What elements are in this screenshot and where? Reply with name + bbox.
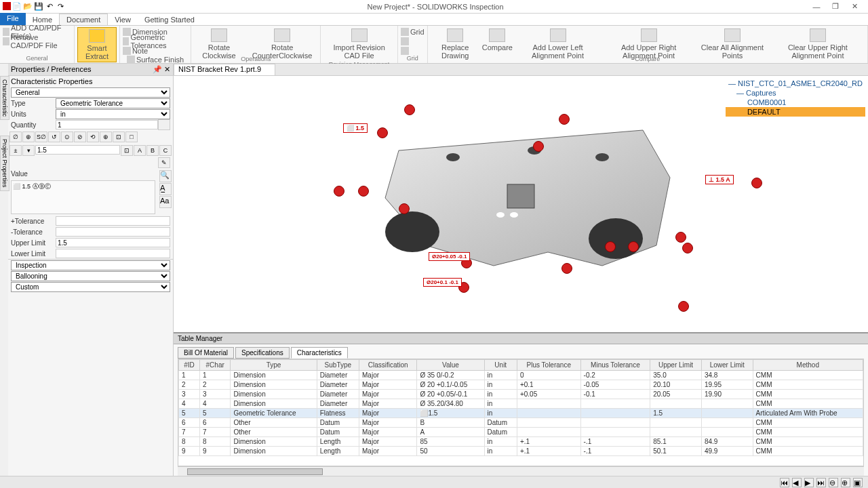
lower-limit-input[interactable] (56, 249, 170, 258)
balloon[interactable] (533, 141, 544, 152)
smart-extract-button[interactable]: Smart Extract (77, 27, 117, 62)
custom-select[interactable]: Custom (11, 282, 170, 292)
svg-point-0 (385, 211, 439, 252)
balloon[interactable] (377, 127, 388, 138)
characteristics-grid[interactable]: #ID#CharTypeSubTypeClassificationValueUn… (178, 359, 864, 466)
table-manager-header: Table Manager (174, 333, 868, 344)
open-icon[interactable]: 📂 (23, 2, 33, 12)
tab-characteristics[interactable]: Characteristics (291, 347, 348, 359)
tree-root[interactable]: — NIST_CTC_01_ASME1_CR2040_RD (726, 79, 865, 88)
svg-point-3 (446, 153, 460, 161)
balloon[interactable] (358, 186, 369, 197)
svg-point-6 (496, 212, 505, 218)
zoom-out-icon[interactable]: ⊖ (829, 478, 838, 487)
import-revision-button[interactable]: Import Revision CAD File (323, 27, 395, 61)
ballooning-select[interactable]: Ballooning (11, 271, 170, 281)
panel-title: Properties / Preferences📌 ✕ (8, 64, 173, 76)
tab-specifications[interactable]: Specifications (235, 347, 290, 359)
document-tab-item[interactable]: NIST Bracket Rev 1.prt.9 (174, 64, 275, 75)
table-row[interactable]: 99DimensionLengthMajor50in+.1-.150.149.9… (179, 447, 863, 456)
balloon[interactable] (559, 114, 570, 125)
statusbar: ⏮ ◀ ▶ ⏭ ⊖ ⊕ ▣ (0, 476, 868, 488)
quantity-input[interactable] (56, 120, 158, 129)
pin-icon[interactable]: 📌 ✕ (153, 65, 170, 74)
callout[interactable]: Ø20+0.1 -0.1 (423, 278, 462, 287)
balloon[interactable] (561, 263, 572, 274)
save-icon[interactable]: 💾 (34, 2, 43, 12)
horizontal-scrollbar[interactable] (178, 466, 864, 476)
project-properties-side-tab[interactable]: Project Properties (0, 136, 9, 191)
table-row[interactable]: 66OtherDatumMajorBDatumCMM (179, 418, 863, 428)
balloon[interactable] (751, 178, 762, 188)
callout[interactable]: ⬜ 1.5 (343, 123, 368, 133)
svg-point-1 (589, 218, 643, 259)
num-input[interactable] (35, 145, 120, 155)
table-row[interactable]: 22DimensionDiameterMajorØ 20 +0.1/-0.05i… (179, 380, 863, 390)
viewport-area: NIST Bracket Rev 1.prt.9 — NIST_CTC_01_A… (174, 64, 868, 476)
remove-cad-button[interactable]: Remove CAD/PDF File (3, 37, 71, 45)
nav-last-icon[interactable]: ⏭ (816, 478, 826, 487)
upper-limit-input[interactable] (56, 238, 170, 247)
titlebar: 📄 📂 💾 ↶ ↷ New Project* - SOLIDWORKS Insp… (0, 0, 868, 14)
compare-button[interactable]: Compare (483, 27, 512, 53)
main: Characteristic Project Properties Proper… (0, 64, 868, 476)
group-general-label: General (3, 55, 71, 62)
value-display: ⬜ 1.5 ⒶⒷⒸ (11, 180, 155, 214)
tree-captures[interactable]: — Captures (726, 88, 865, 98)
surface-finish-button[interactable]: Surface Finish (127, 55, 188, 64)
new-icon[interactable]: 📄 (12, 2, 22, 12)
maximize-button[interactable]: ❐ (827, 1, 844, 12)
inspection-select[interactable]: Inspection (11, 260, 170, 270)
table-manager: Table Manager Bill Of Material Specifica… (174, 332, 868, 476)
svg-rect-2 (507, 184, 534, 208)
balloon[interactable] (675, 232, 686, 243)
model-tree: — NIST_CTC_01_ASME1_CR2040_RD — Captures… (726, 79, 865, 117)
zoom-in-icon[interactable]: ⊕ (841, 478, 850, 487)
general-select[interactable]: General (11, 87, 170, 98)
qty-icon[interactable] (158, 119, 170, 130)
close-button[interactable]: ✕ (846, 1, 863, 12)
balloon[interactable] (334, 186, 344, 197)
nav-first-icon[interactable]: ⏮ (780, 478, 789, 487)
table-row[interactable]: 11DimensionDiameterMajorØ 35 0/-0.2in0-0… (179, 371, 863, 380)
balloon[interactable] (628, 241, 639, 252)
tree-default[interactable]: DEFAULT (726, 107, 865, 117)
characteristic-side-tab[interactable]: Characteristic (0, 76, 9, 120)
balloon[interactable] (404, 104, 415, 115)
viewport-3d[interactable]: — NIST_CTC_01_ASME1_CR2040_RD — Captures… (174, 76, 868, 332)
ribbon-tabs: File Home Document View Getting Started (0, 14, 868, 26)
redo-icon[interactable]: ↷ (56, 2, 65, 12)
plus-tol-input[interactable] (56, 216, 170, 226)
minus-tol-input[interactable] (56, 227, 170, 237)
tree-combo[interactable]: COMB0001 (726, 98, 865, 107)
nav-prev-icon[interactable]: ◀ (792, 478, 802, 487)
ribbon: ADD CAD/PDF File(s) Remove CAD/PDF File … (0, 26, 868, 64)
type-select[interactable]: Geometric Tolerance (56, 98, 170, 108)
window-title: New Project* - SOLIDWORKS Inspection (68, 3, 803, 11)
getting-started-tab[interactable]: Getting Started (138, 14, 201, 25)
balloon[interactable] (605, 241, 616, 252)
quick-access-toolbar: 📄 📂 💾 ↶ ↷ (0, 2, 68, 12)
balloon[interactable] (682, 243, 693, 253)
grid-button[interactable]: Grid (401, 27, 425, 36)
geometric-tol-button[interactable]: Geometric Tolerances (123, 37, 188, 45)
undo-icon[interactable]: ↶ (45, 2, 54, 12)
app-icon (3, 2, 11, 10)
view-tab[interactable]: View (108, 14, 138, 25)
units-select[interactable]: in (56, 109, 170, 119)
callout[interactable]: Ø20+0.05 -0.1 (429, 252, 470, 261)
tab-bom[interactable]: Bill Of Material (178, 347, 234, 359)
table-row[interactable]: 77OtherDatumMajorADatumCMM (179, 428, 863, 437)
edit-icon[interactable]: ✎ (158, 157, 170, 168)
note-button[interactable]: Note (123, 46, 188, 55)
balloon[interactable] (399, 203, 410, 214)
callout[interactable]: ⊥ 1.5 A (705, 175, 734, 184)
table-row[interactable]: 88DimensionLengthMajor85in+.1-.185.184.9… (179, 437, 863, 447)
fit-icon[interactable]: ▣ (853, 478, 863, 487)
table-row[interactable]: 44DimensionDiameterMajorØ 35.20/34.80inC… (179, 399, 863, 409)
table-row[interactable]: 33DimensionDiameterMajorØ 20 +0.05/-0.1i… (179, 390, 863, 399)
balloon[interactable] (678, 301, 689, 312)
minimize-button[interactable]: — (808, 1, 825, 12)
nav-next-icon[interactable]: ▶ (804, 478, 814, 487)
table-row[interactable]: 55Geometric ToleranceFlatnessMajor⬜1.5in… (179, 409, 863, 418)
